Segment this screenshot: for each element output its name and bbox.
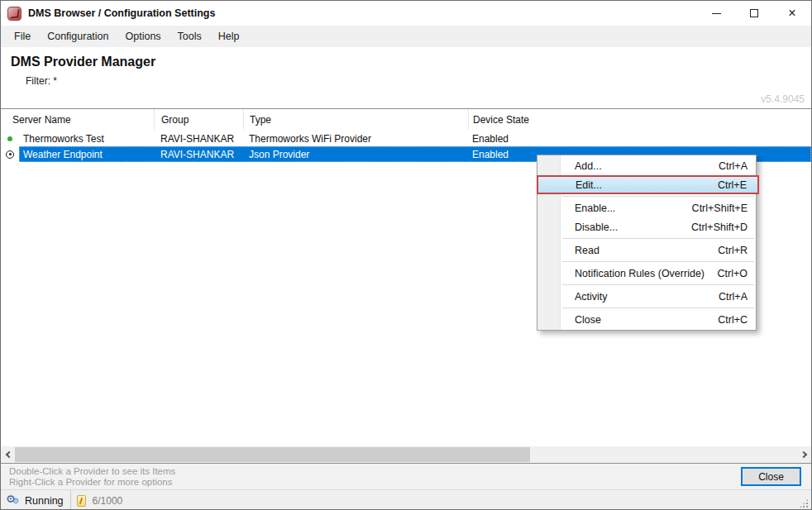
filter-value: *: [53, 75, 57, 87]
menu-item-shortcut: Ctrl+A: [719, 160, 748, 172]
menu-item-label: Edit...: [576, 179, 602, 191]
menu-item-label: Activity: [575, 291, 608, 303]
menu-item-label: Notification Rules (Override): [575, 268, 705, 279]
menu-item-shortcut: Ctrl+A: [719, 291, 748, 303]
cell-type: Json Provider: [243, 149, 468, 160]
filter-row: Filter: *: [26, 75, 57, 87]
context-menu: Add... Ctrl+A Edit... Ctrl+E Enable... C…: [537, 155, 757, 331]
context-menu-item-notification-rules[interactable]: Notification Rules (Override) Ctrl+O: [537, 264, 756, 283]
menu-item-label: Enable...: [575, 203, 615, 214]
context-menu-item-edit[interactable]: Edit... Ctrl+E: [537, 175, 759, 194]
maximize-icon: [750, 9, 758, 17]
maximize-button[interactable]: [735, 1, 773, 26]
running-status-panel: ⚙⚙ Running: [1, 490, 71, 510]
menu-item-shortcut: Ctrl+O: [718, 268, 748, 279]
scroll-right-button[interactable]: [797, 446, 811, 463]
page-title: DMS Provider Manager: [11, 55, 155, 69]
cell-type: Thermoworks WiFi Provider: [243, 133, 468, 145]
notes-icon: [77, 495, 86, 507]
menu-item-shortcut: Ctrl+E: [718, 179, 747, 191]
menu-file[interactable]: File: [6, 27, 39, 45]
menu-options[interactable]: Options: [117, 27, 170, 45]
column-header-device-state[interactable]: Device State: [468, 109, 811, 131]
bullseye-icon: [6, 150, 14, 159]
menu-item-label: Add...: [575, 160, 602, 172]
hint-line-1: Double-Click a Provider to see its Items: [9, 466, 175, 477]
menu-separator: [562, 307, 754, 308]
menu-separator: [562, 196, 754, 197]
scrollbar-thumb[interactable]: [15, 447, 530, 462]
context-menu-item-activity[interactable]: Activity Ctrl+A: [537, 287, 756, 306]
context-menu-item-disable[interactable]: Disable... Ctrl+Shift+D: [537, 217, 756, 236]
hint-text: Double-Click a Provider to see its Items…: [9, 466, 175, 488]
header-panel: DMS Provider Manager Filter: * v5.4.9045: [1, 47, 811, 108]
horizontal-scrollbar[interactable]: [1, 446, 811, 463]
column-header-type[interactable]: Type: [243, 109, 468, 131]
window-controls: ×: [697, 1, 811, 26]
table-row-thermoworks-test[interactable]: Thermoworks Test RAVI-SHANKAR Thermowork…: [1, 131, 811, 146]
menu-separator: [562, 238, 754, 239]
close-button[interactable]: Close: [741, 467, 801, 486]
menu-separator: [562, 261, 754, 262]
chevron-right-icon: [800, 451, 806, 458]
running-label: Running: [25, 495, 64, 507]
scroll-left-button[interactable]: [1, 446, 15, 463]
list-header: Server Name Group Type Device State: [1, 109, 811, 131]
menu-item-shortcut: Ctrl+R: [718, 245, 748, 256]
filter-label: Filter:: [26, 75, 50, 87]
app-icon: [7, 7, 21, 21]
menu-item-shortcut: Ctrl+Shift+D: [691, 222, 748, 233]
gears-icon: ⚙⚙: [6, 494, 21, 508]
context-menu-item-read[interactable]: Read Ctrl+R: [537, 241, 756, 260]
menu-tools[interactable]: Tools: [170, 27, 210, 45]
status-bar: ⚙⚙ Running 6/1000: [1, 489, 811, 510]
menu-configuration[interactable]: Configuration: [39, 27, 117, 45]
minimize-button[interactable]: [697, 1, 735, 26]
context-menu-item-add[interactable]: Add... Ctrl+A: [537, 156, 756, 175]
cell-device-state: Enabled: [468, 133, 811, 145]
item-counter: 6/1000: [93, 495, 123, 507]
menu-item-shortcut: Ctrl+C: [718, 314, 748, 326]
menu-separator: [562, 284, 754, 285]
menu-item-shortcut: Ctrl+Shift+E: [692, 203, 748, 214]
footer-panel: Double-Click a Provider to see its Items…: [1, 464, 811, 489]
cell-server-name: Thermoworks Test: [19, 133, 154, 145]
column-header-server-name[interactable]: Server Name: [1, 109, 154, 131]
row-status-cell: [1, 146, 19, 162]
close-icon: ×: [788, 7, 795, 20]
title-bar: DMS Browser / Configuration Settings ×: [1, 1, 811, 26]
menu-help[interactable]: Help: [210, 27, 248, 45]
menu-item-label: Disable...: [575, 222, 618, 233]
version-label: v5.4.9045: [761, 93, 805, 105]
column-header-group[interactable]: Group: [154, 109, 243, 131]
cell-group: RAVI-SHANKAR: [154, 149, 243, 160]
cell-server-name: Weather Endpoint: [19, 149, 154, 160]
context-menu-item-enable[interactable]: Enable... Ctrl+Shift+E: [537, 198, 756, 217]
menu-item-label: Close: [575, 314, 601, 326]
close-window-button[interactable]: ×: [773, 1, 811, 26]
hint-line-2: Right-Click a Provider for more options: [9, 477, 175, 488]
context-menu-item-close[interactable]: Close Ctrl+C: [537, 310, 756, 329]
resize-grip[interactable]: [799, 498, 809, 508]
green-dot-icon: [7, 136, 12, 141]
chevron-left-icon: [5, 451, 12, 458]
menu-item-label: Read: [575, 245, 599, 256]
row-status-cell: [1, 131, 19, 146]
window-title: DMS Browser / Configuration Settings: [28, 7, 215, 19]
app-window: DMS Browser / Configuration Settings × F…: [0, 0, 812, 510]
menu-bar: File Configuration Options Tools Help: [1, 26, 811, 47]
minimize-icon: [712, 13, 721, 14]
cell-group: RAVI-SHANKAR: [154, 133, 243, 145]
